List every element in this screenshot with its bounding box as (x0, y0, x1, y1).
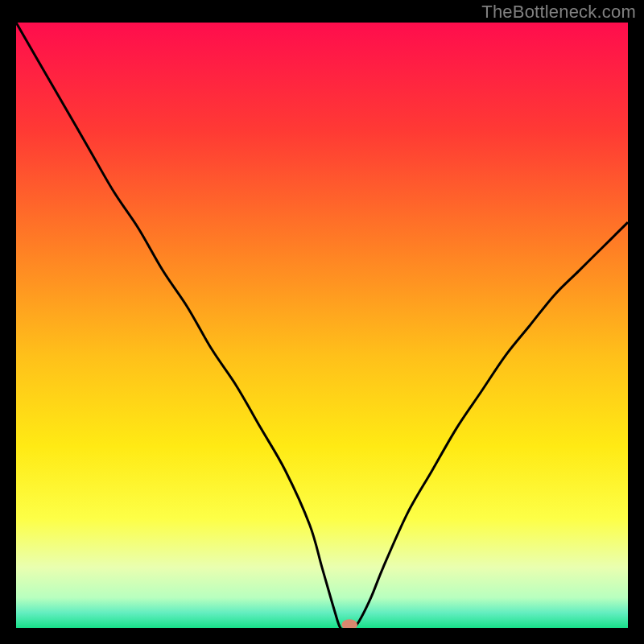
chart-svg (16, 23, 628, 628)
chart-frame: TheBottleneck.com (0, 0, 644, 644)
gradient-background (16, 23, 628, 628)
bottleneck-plot (16, 23, 628, 628)
watermark-text: TheBottleneck.com (481, 2, 636, 23)
